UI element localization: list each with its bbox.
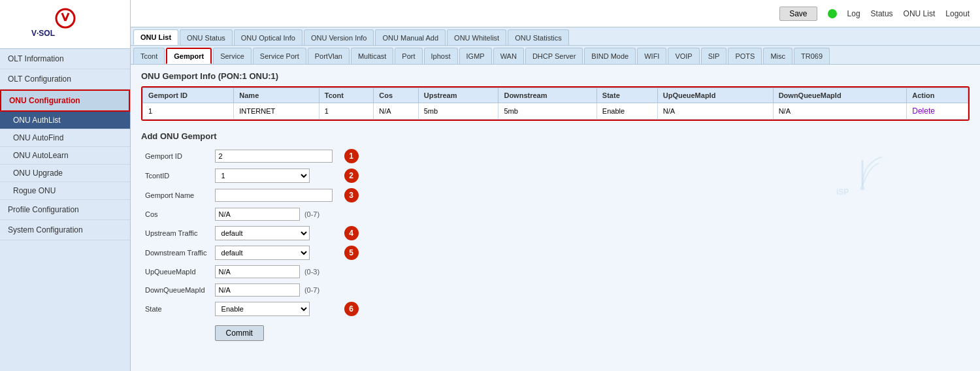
tab-onu-optical-info[interactable]: ONU Optical Info <box>234 29 302 45</box>
input-gemport-id[interactable] <box>215 150 333 163</box>
step-badge-1: 1 <box>344 149 359 163</box>
tab-pots[interactable]: POTS <box>728 48 762 64</box>
tab-onu-statistics[interactable]: ONU Statistics <box>508 29 569 45</box>
label-gemport-name: Gemport Name <box>145 191 194 199</box>
tab-row-2: Tcont Gemport Service Service Port PortV… <box>131 46 980 65</box>
tab-igmp[interactable]: IGMP <box>459 48 492 64</box>
status-link[interactable]: Status <box>871 9 893 18</box>
tab-onu-manual-add[interactable]: ONU Manual Add <box>375 29 446 45</box>
sidebar-subitem-onu-autofind[interactable]: ONU AutoFind <box>0 129 130 147</box>
input-gemport-name[interactable] <box>215 189 333 202</box>
onu-list-link[interactable]: ONU List <box>904 9 936 18</box>
step-badge-5: 5 <box>344 246 359 260</box>
form-row-tcont-id: TcontID 1 2 <box>141 166 363 186</box>
logo-area: V·SOL <box>0 0 130 49</box>
svg-text:V·SOL: V·SOL <box>31 29 55 38</box>
tab-multicast[interactable]: Multicast <box>351 48 393 64</box>
label-upstream-traffic: Upstream Traffic <box>145 229 198 237</box>
table-row: 1 INTERNET 1 N/A 5mb 5mb Enable N/A N/A … <box>143 103 968 120</box>
th-upstream: Upstream <box>418 88 498 103</box>
select-downstream-traffic[interactable]: default <box>215 246 310 260</box>
form-row-down-queue-map-id: DownQueueMapId (0-7) <box>141 281 363 299</box>
sidebar-menu: OLT Information OLT Configuration ONU Co… <box>0 49 130 371</box>
tab-voip[interactable]: VOIP <box>668 48 699 64</box>
tab-bind-mode[interactable]: BIND Mode <box>584 48 636 64</box>
tab-onu-status[interactable]: ONU Status <box>180 29 233 45</box>
label-state: State <box>145 305 162 313</box>
tab-gemport[interactable]: Gemport <box>166 48 212 64</box>
sidebar-item-profile-config[interactable]: Profile Configuration <box>0 200 130 220</box>
th-state: State <box>596 88 657 103</box>
tab-dhcp-server[interactable]: DHCP Server <box>525 48 583 64</box>
label-tcont-id: TcontID <box>145 172 169 180</box>
th-name: Name <box>234 88 319 103</box>
tab-iphost[interactable]: Iphost <box>424 48 458 64</box>
log-link[interactable]: Log <box>847 9 860 18</box>
label-gemport-id: Gemport ID <box>145 152 182 160</box>
th-up-queue-map-id: UpQueueMapId <box>657 88 773 103</box>
input-down-queue-map-id[interactable] <box>215 283 300 297</box>
status-indicator <box>828 9 837 18</box>
svg-point-5 <box>860 186 864 190</box>
cell-up-queue-map-id: N/A <box>657 103 773 120</box>
sidebar-item-olt-config[interactable]: OLT Configuration <box>0 69 130 89</box>
th-gemport-id: Gemport ID <box>143 88 234 103</box>
svg-point-0 <box>56 9 74 27</box>
tab-onu-version-info[interactable]: ONU Version Info <box>304 29 374 45</box>
cell-upstream: 5mb <box>418 103 498 120</box>
form-row-gemport-name: Gemport Name 3 <box>141 186 363 205</box>
select-state[interactable]: Enable Disable <box>215 302 310 316</box>
select-upstream-traffic[interactable]: default <box>215 226 310 240</box>
step-badge-3: 3 <box>344 188 359 202</box>
input-cos[interactable] <box>215 208 300 221</box>
tab-portvlan[interactable]: PortVlan <box>308 48 350 64</box>
tab-port[interactable]: Port <box>395 48 422 64</box>
input-up-queue-map-id[interactable] <box>215 265 300 278</box>
tab-service[interactable]: Service <box>213 48 252 64</box>
gemport-info-title: ONU Gemport Info (PON:1 ONU:1) <box>141 71 970 81</box>
step-badge-6: 6 <box>344 302 359 316</box>
th-action: Action <box>907 88 968 103</box>
cell-state: Enable <box>596 103 657 120</box>
tab-wan[interactable]: WAN <box>493 48 524 64</box>
label-cos: Cos <box>145 210 158 218</box>
sidebar-subitem-rogue-onu[interactable]: Rogue ONU <box>0 182 130 200</box>
tab-row-1: ONU List ONU Status ONU Optical Info ONU… <box>131 27 980 46</box>
tab-tcont[interactable]: Tcont <box>133 48 165 64</box>
sidebar-subitem-onu-upgrade[interactable]: ONU Upgrade <box>0 165 130 182</box>
hint-up-queue-map-id: (0-3) <box>304 268 319 276</box>
content-area: iSP ONU Gemport Info (PON:1 ONU:1) Gempo… <box>131 65 980 371</box>
cell-tcont: 1 <box>319 103 374 120</box>
sidebar-item-system-config[interactable]: System Configuration <box>0 220 130 240</box>
hint-cos: (0-7) <box>304 210 319 218</box>
form-row-downstream: Downstream Traffic default 5 <box>141 243 363 263</box>
form-row-state: State Enable Disable 6 <box>141 299 363 319</box>
th-down-queue-map-id: DownQueueMapId <box>773 88 907 103</box>
delete-link[interactable]: Delete <box>912 106 935 116</box>
sidebar-item-olt-info[interactable]: OLT Information <box>0 49 130 69</box>
save-button[interactable]: Save <box>779 7 817 21</box>
sidebar-subitem-onu-authlist[interactable]: ONU AuthList <box>0 112 130 129</box>
cell-action[interactable]: Delete <box>907 103 968 120</box>
tab-sip[interactable]: SIP <box>701 48 727 64</box>
sidebar-item-onu-config[interactable]: ONU Configuration <box>0 89 130 112</box>
tab-onu-list[interactable]: ONU List <box>133 29 178 45</box>
cell-gemport-id: 1 <box>143 103 234 120</box>
sidebar-subitem-onu-autolearn[interactable]: ONU AutoLearn <box>0 147 130 165</box>
gemport-table: Gemport ID Name Tcont Cos Upstream Downs… <box>142 88 968 120</box>
step-badge-4: 4 <box>344 226 359 240</box>
select-tcont-id[interactable]: 1 <box>215 169 310 183</box>
commit-button[interactable]: Commit <box>215 325 264 341</box>
gemport-table-body: 1 INTERNET 1 N/A 5mb 5mb Enable N/A N/A … <box>143 103 968 120</box>
svg-line-2 <box>65 13 69 21</box>
form-row-gemport-id: Gemport ID 1 <box>141 146 363 166</box>
sidebar: V·SOL OLT Information OLT Configuration … <box>0 0 131 371</box>
svg-text:iSP: iSP <box>836 187 849 196</box>
tab-onu-whitelist[interactable]: ONU Whitelist <box>447 29 506 45</box>
tab-misc[interactable]: Misc <box>763 48 792 64</box>
tab-wifi[interactable]: WIFI <box>637 48 666 64</box>
logout-link[interactable]: Logout <box>945 9 970 18</box>
tab-tr069[interactable]: TR069 <box>794 48 830 64</box>
tab-service-port[interactable]: Service Port <box>253 48 306 64</box>
cell-down-queue-map-id: N/A <box>773 103 907 120</box>
